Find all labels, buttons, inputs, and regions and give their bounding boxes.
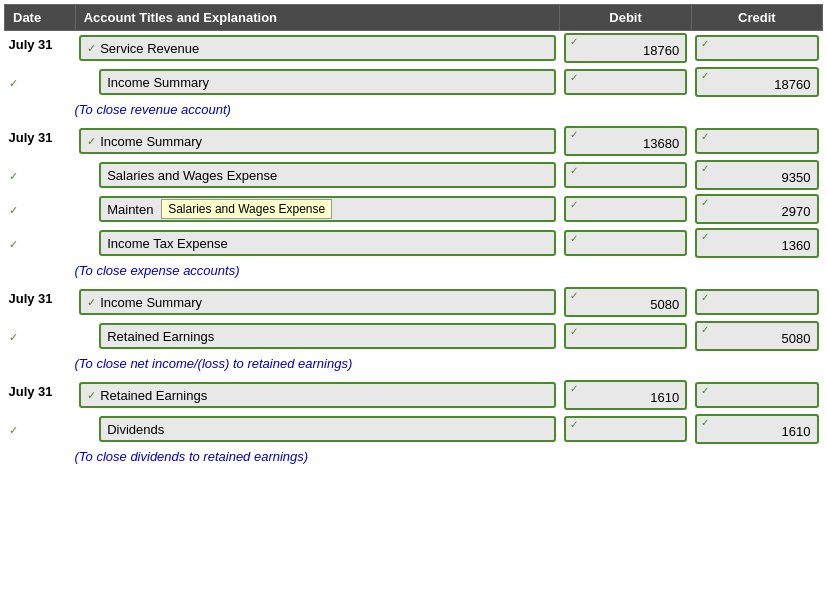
closing-note-row: (To close net income/(loss) to retained … [5,353,823,374]
closing-note-row: (To close expense accounts) [5,260,823,281]
check-icon: ✓ [9,238,18,250]
sub-entry-row: ✓Income Tax Expense✓✓1360 [5,226,823,260]
sub-entry-account[interactable]: Dividends [75,412,560,446]
check-icon: ✓ [701,231,709,242]
check-icon: ✓ [570,233,578,244]
entry-debit[interactable]: ✓1610 [560,378,691,412]
header-debit: Debit [560,5,691,31]
sub-entry-credit[interactable]: ✓5080 [691,319,822,353]
check-icon: ✓ [701,417,709,428]
debit-value: 13680 [643,136,679,151]
credit-value: 1610 [782,424,811,439]
sub-date-cell: ✓ [5,192,76,226]
header-account: Account Titles and Explanation [75,5,560,31]
sub-entry-account[interactable]: Income Tax Expense [75,226,560,260]
entry-credit[interactable]: ✓ [691,285,822,319]
sub-entry-credit[interactable]: ✓1360 [691,226,822,260]
closing-note: (To close dividends to retained earnings… [5,446,823,467]
check-icon: ✓ [701,197,709,208]
entry-date: July 31 [5,285,76,319]
check-icon: ✓ [9,424,18,436]
sub-entry-credit[interactable]: ✓1610 [691,412,822,446]
entry-date: July 31 [5,124,76,158]
header-date: Date [5,5,76,31]
sub-entry-row: ✓Retained Earnings✓✓5080 [5,319,823,353]
check-icon: ✓ [701,163,709,174]
sub-entry-credit[interactable]: ✓2970 [691,192,822,226]
closing-note: (To close expense accounts) [5,260,823,281]
sub-entry-debit[interactable]: ✓ [560,226,691,260]
journal-table: Date Account Titles and Explanation Debi… [4,4,823,467]
closing-note-row: (To close revenue account) [5,99,823,120]
sub-entry-account[interactable]: Income Summary [75,65,560,99]
sub-entry-debit[interactable]: ✓ [560,319,691,353]
sub-entry-row: ✓Salaries and Wages Expense✓✓9350 [5,158,823,192]
sub-entry-debit[interactable]: ✓ [560,158,691,192]
sub-account-name: Retained Earnings [107,329,214,344]
closing-note-row: (To close dividends to retained earnings… [5,446,823,467]
entry-debit[interactable]: ✓13680 [560,124,691,158]
check-icon: ✓ [9,77,18,89]
check-icon: ✓ [570,199,578,210]
sub-entry-account[interactable]: MaintenSalaries and Wages Expense [75,192,560,226]
check-icon: ✓ [87,135,96,148]
account-name: Retained Earnings [100,388,207,403]
main-entry-row: July 31✓Income Summary✓13680✓ [5,124,823,158]
account-name: Income Summary [100,134,202,149]
check-icon: ✓ [570,383,578,394]
sub-entry-credit[interactable]: ✓9350 [691,158,822,192]
credit-value: 2970 [782,204,811,219]
tooltip: Salaries and Wages Expense [161,199,332,219]
sub-entry-account[interactable]: Salaries and Wages Expense [75,158,560,192]
check-icon: ✓ [701,292,709,303]
entry-account[interactable]: ✓Service Revenue [75,31,560,66]
entry-date: July 31 [5,31,76,66]
sub-entry-debit[interactable]: ✓ [560,192,691,226]
account-name: Income Summary [100,295,202,310]
sub-account-name: Salaries and Wages Expense [107,168,277,183]
closing-note: (To close revenue account) [5,99,823,120]
entry-debit[interactable]: ✓18760 [560,31,691,66]
entry-credit[interactable]: ✓ [691,31,822,66]
entry-account[interactable]: ✓Income Summary [75,124,560,158]
entry-debit[interactable]: ✓5080 [560,285,691,319]
account-name: Service Revenue [100,41,199,56]
check-icon: ✓ [570,72,578,83]
sub-date-cell: ✓ [5,65,76,99]
closing-note: (To close net income/(loss) to retained … [5,353,823,374]
debit-value: 5080 [650,297,679,312]
sub-entry-account[interactable]: Retained Earnings [75,319,560,353]
main-entry-row: July 31✓Service Revenue✓18760✓ [5,31,823,66]
credit-value: 18760 [774,77,810,92]
sub-date-cell: ✓ [5,158,76,192]
sub-entry-credit[interactable]: ✓18760 [691,65,822,99]
check-icon: ✓ [570,36,578,47]
sub-date-cell: ✓ [5,226,76,260]
sub-entry-row: ✓Income Summary✓✓18760 [5,65,823,99]
debit-value: 18760 [643,43,679,58]
entry-credit[interactable]: ✓ [691,378,822,412]
entry-date: July 31 [5,378,76,412]
check-icon: ✓ [570,419,578,430]
entry-account[interactable]: ✓Retained Earnings [75,378,560,412]
check-icon: ✓ [87,389,96,402]
sub-entry-debit[interactable]: ✓ [560,412,691,446]
entry-credit[interactable]: ✓ [691,124,822,158]
check-icon: ✓ [701,70,709,81]
check-icon: ✓ [570,326,578,337]
sub-entry-debit[interactable]: ✓ [560,65,691,99]
sub-entry-row: ✓Dividends✓✓1610 [5,412,823,446]
sub-account-name: Income Tax Expense [107,236,227,251]
check-icon: ✓ [570,165,578,176]
entry-account[interactable]: ✓Income Summary [75,285,560,319]
credit-value: 1360 [782,238,811,253]
debit-value: 1610 [650,390,679,405]
check-icon: ✓ [701,38,709,49]
check-icon: ✓ [87,42,96,55]
sub-account-name: Mainten [107,202,153,217]
sub-date-cell: ✓ [5,412,76,446]
sub-account-name: Dividends [107,422,164,437]
main-entry-row: July 31✓Retained Earnings✓1610✓ [5,378,823,412]
credit-value: 9350 [782,170,811,185]
check-icon: ✓ [9,204,18,216]
